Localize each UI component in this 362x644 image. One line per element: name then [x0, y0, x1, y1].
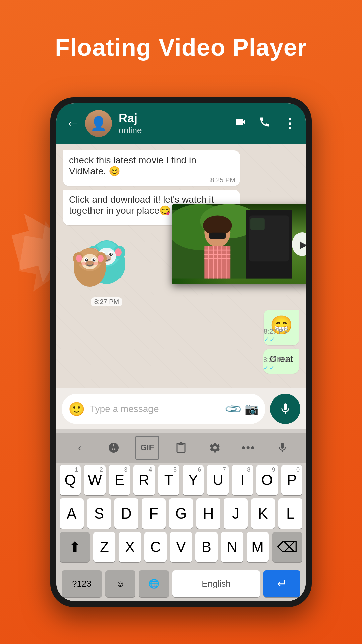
svg-rect-10	[209, 233, 226, 239]
key-h[interactable]: H	[196, 498, 221, 529]
key-t[interactable]: 5T	[158, 465, 179, 495]
message-input[interactable]: Type a message	[90, 404, 221, 414]
key-a[interactable]: A	[60, 498, 84, 529]
keyboard-gif-button[interactable]: GIF	[135, 436, 159, 460]
keyboard-row-2: A S D F G H J K L	[60, 498, 302, 529]
svg-point-45	[86, 259, 87, 260]
svg-rect-7	[250, 218, 265, 230]
phone-frame: ← 👤 Raj online ⋮	[50, 97, 312, 607]
page-title: Floating Video Player	[0, 34, 362, 61]
sticker-message: 8:27 PM	[63, 229, 150, 306]
avatar: 👤	[85, 110, 112, 137]
key-i[interactable]: 8I	[232, 465, 253, 495]
contact-info: Raj online	[119, 111, 235, 136]
attach-button[interactable]: 📎	[223, 399, 243, 419]
message-input-wrap: 🙂 Type a message 📎 📷	[62, 394, 265, 424]
message-text-1: check this latest movie I find in VidMat…	[69, 155, 196, 176]
key-s[interactable]: S	[87, 498, 111, 529]
keyboard-row-1: 1Q 2W 3E 4R 5T 6Y 7U 8I 9O 0P	[60, 465, 302, 495]
keyboard-back-button[interactable]: ‹	[68, 436, 92, 460]
numbers-key[interactable]: ?123	[62, 570, 102, 597]
sticker-image	[63, 229, 137, 296]
sticker-time: 8:27 PM	[91, 297, 122, 306]
key-w[interactable]: 2W	[84, 465, 105, 495]
key-k[interactable]: K	[251, 498, 275, 529]
chat-area: ▶ check this latest movie I find in VidM…	[56, 144, 306, 388]
keyboard-settings-button[interactable]	[203, 436, 227, 460]
keyboard-rows: 1Q 2W 3E 4R 5T 6Y 7U 8I 9O 0P A S	[56, 463, 306, 568]
keyboard-clipboard-button[interactable]	[169, 436, 193, 460]
key-n[interactable]: N	[221, 532, 243, 562]
svg-point-48	[81, 262, 86, 265]
space-key[interactable]: English	[172, 570, 260, 597]
globe-key[interactable]: 🌐	[139, 570, 169, 597]
enter-key[interactable]: ↵	[263, 570, 300, 597]
video-call-icon[interactable]	[235, 116, 247, 131]
back-button[interactable]: ←	[66, 115, 80, 131]
key-z[interactable]: Z	[93, 532, 115, 562]
key-m[interactable]: M	[247, 532, 269, 562]
contact-status: online	[119, 125, 235, 136]
key-x[interactable]: X	[119, 532, 141, 562]
key-v[interactable]: V	[170, 532, 192, 562]
delete-key[interactable]: ⌫	[272, 532, 302, 562]
keyboard-bottom-row: ?123 ☺ 🌐 English ↵	[56, 568, 306, 601]
key-e[interactable]: 3E	[109, 465, 130, 495]
avatar-image: 👤	[85, 110, 112, 137]
camera-button[interactable]: 📷	[245, 402, 259, 416]
more-options-icon[interactable]: ⋮	[283, 116, 296, 131]
message-time-1: 8:25 PM	[210, 176, 235, 184]
key-c[interactable]: C	[144, 532, 167, 562]
message-sent-text: Great 8:27 PM ✓✓	[263, 349, 299, 374]
emoji-keyboard-key[interactable]: ☺	[105, 570, 135, 597]
chat-header: ← 👤 Raj online ⋮	[56, 103, 306, 144]
keyboard-row-3: ⬆ Z X C V B N M ⌫	[60, 532, 302, 562]
svg-point-9	[203, 216, 232, 236]
video-thumbnail: ▶	[172, 204, 306, 284]
key-d[interactable]: D	[114, 498, 138, 529]
svg-point-46	[94, 259, 95, 260]
key-r[interactable]: 4R	[133, 465, 155, 495]
svg-point-32	[111, 253, 112, 255]
emoji-button[interactable]: 🙂	[68, 401, 85, 417]
keyboard-toolbar: ‹ GIF •••	[56, 433, 306, 463]
key-l[interactable]: L	[278, 498, 302, 529]
svg-point-25	[115, 248, 122, 256]
mic-button[interactable]	[270, 394, 300, 424]
key-u[interactable]: 7U	[207, 465, 228, 495]
message-sent-emoji: 😁 8:27 PM ✓✓	[264, 310, 299, 345]
svg-point-39	[98, 255, 104, 262]
phone-screen: ← 👤 Raj online ⋮	[56, 103, 306, 601]
floating-video-player[interactable]: ▶	[172, 204, 306, 284]
svg-point-37	[76, 255, 82, 262]
keyboard-emoji-button[interactable]	[102, 436, 125, 460]
header-icons: ⋮	[235, 116, 296, 131]
key-p[interactable]: 0P	[281, 465, 302, 495]
key-j[interactable]: J	[224, 498, 248, 529]
svg-point-49	[93, 262, 99, 265]
message-time-4: 8:27 PM ✓✓	[264, 328, 294, 343]
key-g[interactable]: G	[169, 498, 193, 529]
message-received-1: check this latest movie I find in VidMat…	[63, 150, 240, 186]
keyboard: ‹ GIF •••	[56, 429, 306, 601]
key-o[interactable]: 9O	[256, 465, 278, 495]
key-b[interactable]: B	[195, 532, 218, 562]
input-bar: 🙂 Type a message 📎 📷	[56, 388, 306, 429]
contact-name: Raj	[119, 111, 235, 125]
key-f[interactable]: F	[142, 498, 166, 529]
language-label: English	[202, 579, 230, 589]
key-q[interactable]: 1Q	[60, 465, 81, 495]
phone-icon[interactable]	[259, 116, 271, 131]
play-button[interactable]: ▶	[292, 232, 306, 256]
message-time-5: 8:27 PM ✓✓	[263, 356, 294, 372]
shift-key[interactable]: ⬆	[60, 532, 90, 562]
keyboard-mic-button[interactable]	[270, 436, 294, 460]
key-y[interactable]: 6Y	[183, 465, 204, 495]
keyboard-more-button[interactable]: •••	[237, 436, 260, 460]
phone-container: ← 👤 Raj online ⋮	[50, 97, 312, 607]
title-area: Floating Video Player	[0, 34, 362, 61]
